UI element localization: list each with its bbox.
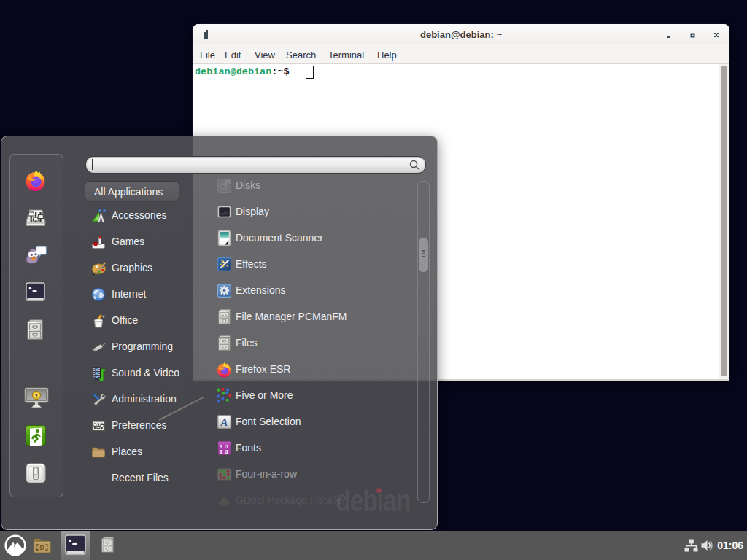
svg-text:A: A	[220, 416, 228, 428]
svg-text:a: a	[225, 448, 228, 455]
svg-text:D: D	[40, 544, 44, 551]
svg-text:a: a	[220, 448, 223, 455]
